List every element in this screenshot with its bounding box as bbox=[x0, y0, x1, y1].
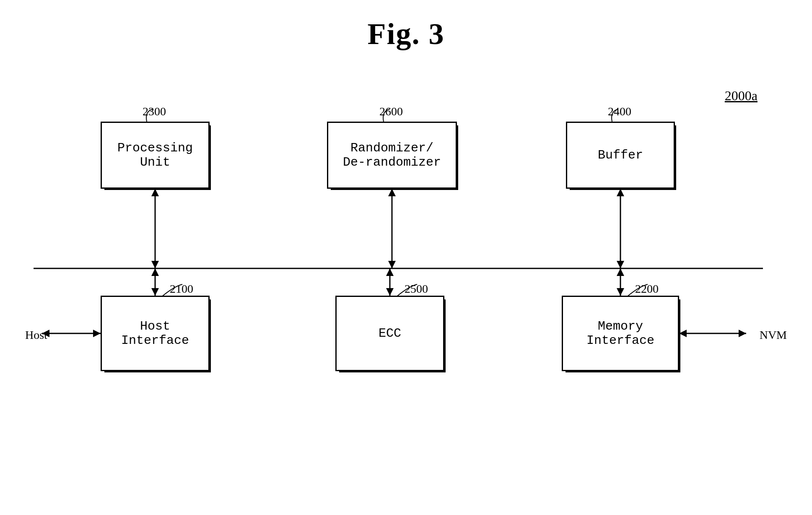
buffer-label: Buffer bbox=[598, 148, 643, 162]
svg-marker-24 bbox=[679, 330, 687, 337]
svg-marker-11 bbox=[151, 268, 159, 276]
processing-unit-block: Processing Unit bbox=[101, 122, 210, 189]
page-title: Fig. 3 bbox=[0, 0, 812, 52]
host-interface-block: Host Interface bbox=[101, 296, 210, 371]
host-interface-label: Host Interface bbox=[121, 319, 189, 348]
svg-marker-2 bbox=[151, 189, 159, 196]
svg-marker-5 bbox=[388, 189, 396, 196]
svg-marker-17 bbox=[617, 268, 624, 276]
ref-2100: 2100 bbox=[170, 282, 193, 296]
ref-2600: 2600 bbox=[379, 105, 403, 118]
ref-2000a-label: 2000a bbox=[725, 88, 758, 104]
svg-marker-21 bbox=[93, 330, 101, 337]
svg-marker-23 bbox=[739, 330, 746, 337]
host-label: Host bbox=[25, 328, 47, 342]
svg-marker-6 bbox=[388, 261, 396, 268]
nvm-label: NVM bbox=[760, 328, 787, 342]
svg-marker-14 bbox=[386, 268, 394, 276]
svg-marker-3 bbox=[151, 261, 159, 268]
randomizer-block: Randomizer/ De-randomizer bbox=[327, 122, 457, 189]
buffer-block: Buffer bbox=[566, 122, 675, 189]
svg-marker-9 bbox=[617, 261, 624, 268]
ref-2300: 2300 bbox=[143, 105, 166, 118]
svg-marker-18 bbox=[617, 288, 624, 296]
ref-2500: 2500 bbox=[405, 282, 428, 296]
processing-unit-label: Processing Unit bbox=[117, 141, 193, 169]
svg-marker-8 bbox=[617, 189, 624, 196]
svg-marker-12 bbox=[151, 288, 159, 296]
svg-marker-15 bbox=[386, 288, 394, 296]
memory-interface-block: Memory Interface bbox=[562, 296, 679, 371]
ecc-block: ECC bbox=[335, 296, 444, 371]
ref-2400: 2400 bbox=[608, 105, 631, 118]
ecc-label: ECC bbox=[379, 326, 401, 341]
memory-interface-label: Memory Interface bbox=[586, 319, 654, 348]
ref-2200: 2200 bbox=[635, 282, 659, 296]
randomizer-label: Randomizer/ De-randomizer bbox=[343, 141, 441, 169]
